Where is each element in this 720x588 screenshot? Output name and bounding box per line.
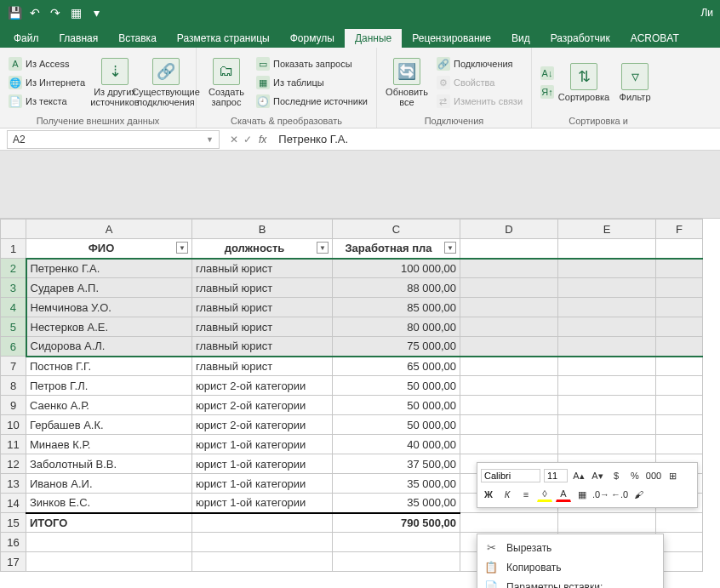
tab-developer[interactable]: Разработчик — [540, 29, 620, 48]
cell[interactable] — [558, 298, 656, 317]
row-head-6[interactable]: 6 — [1, 337, 26, 357]
tab-file[interactable]: Файл — [3, 29, 49, 48]
cell-pos[interactable]: главный юрист — [192, 259, 333, 278]
cell-total-label[interactable]: ИТОГО — [26, 513, 192, 533]
cell-fio[interactable]: Минаев К.Р. — [26, 435, 192, 454]
existing-conn-button[interactable]: 🔗Существующие подключения — [141, 51, 191, 114]
worksheet-grid[interactable]: ABCDEF1ФИО▼должность▼Заработная пла▼2Пет… — [0, 219, 720, 572]
undo-icon[interactable]: ↶ — [27, 5, 43, 20]
col-head-F[interactable]: F — [656, 220, 703, 239]
accept-formula-icon[interactable]: ✓ — [243, 134, 252, 146]
cell-salary[interactable]: 50 000,00 — [333, 415, 460, 435]
row-head-9[interactable]: 9 — [1, 396, 26, 415]
cell-salary[interactable]: 88 000,00 — [333, 278, 460, 298]
cell-fio[interactable]: Саенко А.Р. — [26, 396, 192, 415]
cell[interactable] — [460, 298, 558, 317]
cell[interactable] — [460, 513, 558, 533]
cell[interactable] — [192, 533, 333, 552]
col-head-B[interactable]: B — [192, 220, 333, 239]
row-head-15[interactable]: 15 — [1, 513, 26, 533]
connections-button[interactable]: 🔗Подключения — [433, 55, 526, 72]
cell[interactable] — [460, 317, 558, 337]
cell[interactable] — [26, 552, 192, 572]
grid-icon[interactable]: ▦ — [68, 5, 83, 20]
decrease-font-icon[interactable]: A▾ — [590, 468, 605, 483]
cell-fio[interactable]: Петров Г.Л. — [26, 376, 192, 396]
redo-icon[interactable]: ↷ — [48, 5, 63, 20]
cell-salary[interactable]: 50 000,00 — [333, 396, 460, 415]
cell-pos[interactable]: юрист 2-ой категории — [192, 396, 333, 415]
cell-salary[interactable]: 65 000,00 — [333, 357, 460, 376]
cell[interactable] — [26, 533, 192, 552]
name-box[interactable]: A2 ▼ — [7, 130, 220, 149]
cell[interactable] — [656, 357, 703, 376]
cell-fio[interactable]: Гербашев А.К. — [26, 415, 192, 435]
cell[interactable] — [558, 259, 656, 278]
font-size-input[interactable] — [544, 469, 568, 482]
italic-icon[interactable]: К — [500, 487, 515, 502]
copy-item[interactable]: 📋Копировать — [477, 557, 663, 577]
cell[interactable] — [333, 533, 460, 552]
cell-salary[interactable]: 85 000,00 — [333, 298, 460, 317]
cell-pos[interactable]: главный юрист — [192, 317, 333, 337]
cell-pos[interactable]: юрист 2-ой категории — [192, 376, 333, 396]
cell-salary[interactable]: 100 000,00 — [333, 259, 460, 278]
col-head-D[interactable]: D — [460, 220, 558, 239]
cell[interactable] — [558, 239, 656, 259]
cell-fio[interactable]: Заболотный В.В. — [26, 454, 192, 474]
cell[interactable] — [558, 337, 656, 357]
cell[interactable] — [558, 278, 656, 298]
qat-dropdown-icon[interactable]: ▾ — [89, 5, 104, 20]
fx-icon[interactable]: fx — [259, 134, 273, 146]
increase-decimal-icon[interactable]: .0→ — [593, 487, 609, 502]
tab-acrobat[interactable]: ACROBAT — [620, 29, 689, 48]
header-cell[interactable]: должность▼ — [192, 239, 333, 259]
col-head-E[interactable]: E — [558, 220, 656, 239]
cell[interactable] — [656, 396, 703, 415]
cell-pos[interactable]: главный юрист — [192, 298, 333, 317]
cell-pos[interactable]: главный юрист — [192, 278, 333, 298]
cell-pos[interactable]: юрист 1-ой категории — [192, 435, 333, 454]
tab-home[interactable]: Главная — [49, 29, 109, 48]
cell[interactable] — [460, 435, 558, 454]
row-head-11[interactable]: 11 — [1, 435, 26, 454]
row-head-3[interactable]: 3 — [1, 278, 26, 298]
cell-salary[interactable]: 37 500,00 — [333, 454, 460, 474]
tab-data[interactable]: Данные — [345, 29, 402, 48]
cell-salary[interactable]: 35 000,00 — [333, 494, 460, 513]
cell[interactable] — [656, 317, 703, 337]
new-query-button[interactable]: 🗂Создать запрос — [202, 51, 251, 114]
format-painter-icon[interactable]: 🖌 — [631, 487, 646, 502]
cell[interactable] — [656, 278, 703, 298]
merge-icon[interactable]: ⊞ — [665, 468, 680, 483]
bold-icon[interactable]: Ж — [481, 487, 496, 502]
tab-page-layout[interactable]: Разметка страницы — [167, 29, 280, 48]
sort-az-button[interactable]: А↓ — [537, 65, 557, 82]
filter-dropdown-icon[interactable]: ▼ — [317, 242, 329, 254]
cell-fio[interactable]: Немчинова У.О. — [26, 298, 192, 317]
cell-total-value[interactable]: 790 500,00 — [333, 513, 460, 533]
formula-input[interactable]: Петренко Г.А. — [273, 131, 720, 147]
sort-za-button[interactable]: Я↑ — [537, 83, 557, 100]
cell-fio[interactable]: Сударев А.П. — [26, 278, 192, 298]
tab-view[interactable]: Вид — [501, 29, 540, 48]
cell-pos[interactable]: юрист 2-ой категории — [192, 415, 333, 435]
cell-pos[interactable]: главный юрист — [192, 337, 333, 357]
borders-icon[interactable]: ▦ — [574, 487, 590, 502]
percent-format-icon[interactable]: % — [627, 468, 643, 483]
row-head-8[interactable]: 8 — [1, 376, 26, 396]
cell-fio[interactable]: Петренко Г.А. — [26, 259, 192, 278]
row-head-4[interactable]: 4 — [1, 298, 26, 317]
tab-review[interactable]: Рецензирование — [402, 29, 501, 48]
from-access-button[interactable]: AИз Access — [5, 55, 89, 72]
cell[interactable] — [192, 513, 333, 533]
row-head-14[interactable]: 14 — [1, 494, 26, 513]
row-head-10[interactable]: 10 — [1, 415, 26, 435]
mini-toolbar[interactable]: A▴ A▾ $ % 000 ⊞ Ж К ≡ ◊ A ▦ .0→ ←.0 🖌 — [477, 462, 698, 508]
cell[interactable] — [558, 435, 656, 454]
from-text-button[interactable]: 📄Из текста — [5, 93, 89, 110]
cell[interactable] — [460, 415, 558, 435]
cell[interactable] — [460, 259, 558, 278]
cell[interactable] — [656, 259, 703, 278]
select-all-corner[interactable] — [1, 220, 26, 239]
